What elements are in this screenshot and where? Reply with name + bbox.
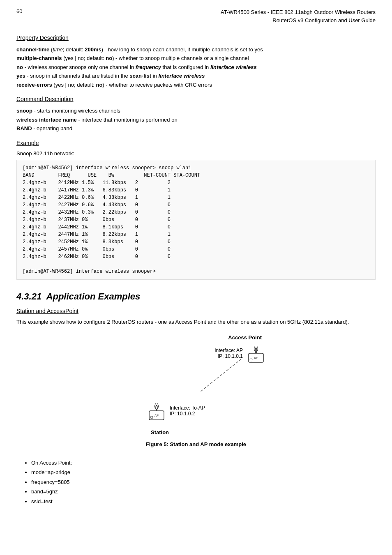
yes-bold: yes xyxy=(16,73,25,79)
multiple-channels-bold: multiple-channels xyxy=(16,55,62,61)
command-description-section: Command Description snoop - starts monit… xyxy=(16,96,376,133)
example-sublabel: Snoop 802.11b network: xyxy=(16,150,376,157)
band-bold: BAND xyxy=(16,125,32,131)
header-line2: RouterOS v3 Configuration and User Guide xyxy=(272,17,376,23)
svg-text:AP: AP xyxy=(254,356,258,360)
svg-point-1 xyxy=(255,352,257,353)
list-item-4: ssid=test xyxy=(31,497,376,506)
diagram-container: Access Point Interface: AP IP: 10.1.0.1 xyxy=(16,334,376,454)
channel-time-bold: channel-time xyxy=(16,46,49,53)
station-router-icon: AP xyxy=(147,401,166,421)
access-point-top-label: Access Point xyxy=(228,334,262,341)
example-section: Example Snoop 802.11b network: [admin@AT… xyxy=(16,140,376,280)
station-info-row: AP Interface: To-AP IP: 10.1.0.2 xyxy=(147,401,205,421)
list-item-2: frequency=5805 xyxy=(31,477,376,487)
ap-interface-label: Interface: AP xyxy=(214,348,243,353)
wireless-interface-bold: wireless interface name xyxy=(16,117,77,123)
header-title: AT-WR4500 Series - IEEE 802.11abgh Outdo… xyxy=(221,8,376,24)
page-number: 60 xyxy=(16,8,22,14)
property-description-section: Property Description channel-time (time;… xyxy=(16,35,376,89)
property-description-heading: Property Description xyxy=(16,35,376,41)
section-4321-heading: 4.3.21 Application Examples xyxy=(16,291,376,302)
station-interface-label: Interface: To-AP xyxy=(170,405,205,411)
header-bar: 60 AT-WR4500 Series - IEEE 802.11abgh Ou… xyxy=(16,8,376,27)
example-heading: Example xyxy=(16,140,376,146)
snoop-bold: snoop xyxy=(16,108,32,114)
diagram-inner: Access Point Interface: AP IP: 10.1.0.1 xyxy=(126,334,266,441)
page-container: 60 AT-WR4500 Series - IEEE 802.11abgh Ou… xyxy=(0,0,392,518)
svg-point-6 xyxy=(156,409,157,411)
figure-caption: Figure 5: Station and AP mode example xyxy=(146,441,246,447)
list-item-1: mode=ap-bridge xyxy=(31,467,376,477)
section-body-text: This example shows how to configure 2 Ro… xyxy=(16,318,376,326)
ap-text-info: Interface: AP IP: 10.1.0.1 xyxy=(214,348,243,359)
dashed-connection-line xyxy=(188,359,254,400)
receive-errors-bold: receive-errors xyxy=(16,82,52,88)
station-bottom-label: Station xyxy=(151,429,169,435)
property-description-text: channel-time (time; default: 200ms) - ho… xyxy=(16,45,376,89)
bullet-list: On Access Point: mode=ap-bridge frequenc… xyxy=(16,458,376,506)
svg-text:AP: AP xyxy=(154,414,159,417)
command-description-text: snoop - starts monitoring wireless chann… xyxy=(16,106,376,133)
section-4321: 4.3.21 Application Examples Station and … xyxy=(16,291,376,506)
station-accesspoint-heading: Station and AccessPoint xyxy=(16,308,376,314)
command-description-heading: Command Description xyxy=(16,96,376,102)
ap-ip-label: IP: 10.1.0.1 xyxy=(214,353,243,359)
station-text-info: Interface: To-AP IP: 10.1.0.2 xyxy=(170,405,205,417)
list-item-0: On Access Point: xyxy=(31,458,376,467)
station-ip-label: IP: 10.1.0.2 xyxy=(170,411,205,417)
list-item-3: band=5ghz xyxy=(31,487,376,496)
header-line1: AT-WR4500 Series - IEEE 802.11abgh Outdo… xyxy=(221,9,376,15)
no-bold: no xyxy=(16,64,23,70)
svg-line-4 xyxy=(200,359,241,392)
example-code-block: [admin@AT-WR4562] interface wireless sno… xyxy=(16,160,376,280)
